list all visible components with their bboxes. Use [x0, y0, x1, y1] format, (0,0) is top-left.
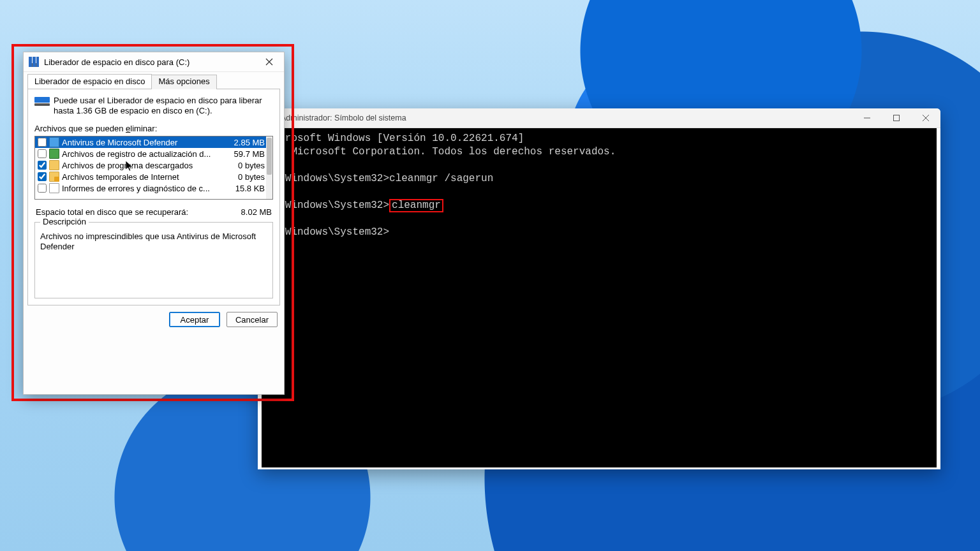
- description-text: Archivos no imprescindibles que usa Anti…: [40, 231, 267, 252]
- dialog-titlebar[interactable]: Liberador de espacio en disco para (C:): [24, 52, 284, 72]
- file-row-error-reports[interactable]: Informes de errores y diagnóstico de c..…: [35, 182, 272, 194]
- file-label: Informes de errores y diagnóstico de c..…: [62, 184, 230, 193]
- file-label: Antivirus de Microsoft Defender: [62, 138, 229, 147]
- file-size: 0 bytes: [233, 172, 265, 182]
- checkbox[interactable]: [38, 184, 47, 193]
- cmd-line: (c) Microsoft Corporation. Todos los der…: [267, 146, 616, 158]
- dialog-title: Liberador de espacio en disco para (C:): [44, 57, 257, 67]
- checkbox[interactable]: [38, 138, 47, 147]
- tab-more-options[interactable]: Más opciones: [151, 75, 216, 89]
- disk-cleanup-icon: [29, 57, 39, 67]
- disk-cleanup-dialog: Liberador de espacio en disco para (C:) …: [23, 52, 285, 395]
- file-size: 15.8 KB: [230, 184, 265, 193]
- document-icon: [49, 183, 59, 193]
- drive-icon: [34, 96, 54, 106]
- file-label: Archivos de registro de actualización d.…: [62, 149, 229, 159]
- checkbox[interactable]: [38, 149, 47, 158]
- accept-button[interactable]: Aceptar: [169, 312, 220, 327]
- tab-strip: Liberador de espacio en disco Más opcion…: [24, 74, 284, 89]
- total-row: Espacio total en disco que se recuperará…: [36, 207, 272, 217]
- file-row-downloaded-prog[interactable]: Archivos de programa descargados 0 bytes: [35, 159, 272, 171]
- window-controls: [852, 108, 940, 128]
- description-legend: Descripción: [40, 217, 89, 226]
- shield-icon: [49, 137, 59, 147]
- svg-rect-0: [894, 115, 900, 121]
- highlight-frame: Liberador de espacio en disco para (C:) …: [11, 44, 294, 401]
- cmd-command: cleanmgr /sagerun: [389, 173, 493, 184]
- command-prompt-titlebar[interactable]: Administrador: Símbolo del sistema: [258, 108, 940, 128]
- command-prompt-title: Administrador: Símbolo del sistema: [258, 114, 852, 122]
- file-row-update-log[interactable]: Archivos de registro de actualización d.…: [35, 148, 272, 159]
- desktop-wallpaper: Administrador: Símbolo del sistema Micro…: [0, 0, 980, 551]
- tab-panel-main: Puede usar el Liberador de espacio en di…: [27, 89, 280, 305]
- file-row-temp-internet[interactable]: Archivos temporales de Internet 0 bytes: [35, 171, 272, 182]
- file-list[interactable]: Antivirus de Microsoft Defender 2.85 MB …: [34, 136, 273, 200]
- file-size: 0 bytes: [233, 161, 265, 170]
- info-text: Puede usar el Liberador de espacio en di…: [54, 96, 273, 116]
- file-size: 59.7 MB: [229, 149, 265, 159]
- total-value: 8.02 MB: [241, 207, 272, 217]
- file-label: Archivos de programa descargados: [62, 161, 233, 170]
- total-label: Espacio total en disco que se recuperará…: [36, 207, 188, 217]
- scrollbar[interactable]: [266, 136, 272, 199]
- description-group: Descripción Archivos no imprescindibles …: [34, 222, 273, 298]
- info-row: Puede usar el Liberador de espacio en di…: [34, 96, 273, 116]
- cancel-button[interactable]: Cancelar: [226, 312, 278, 327]
- file-row-defender[interactable]: Antivirus de Microsoft Defender 2.85 MB: [35, 136, 272, 148]
- cmd-line: Microsoft Windows [Versión 10.0.22621.67…: [267, 133, 524, 144]
- folder-lock-icon: [49, 172, 59, 182]
- checkbox[interactable]: [38, 172, 47, 181]
- maximize-button[interactable]: [882, 108, 911, 128]
- tab-disk-cleanup[interactable]: Liberador de espacio en disco: [27, 74, 152, 89]
- close-button[interactable]: [911, 108, 940, 128]
- command-prompt-window: Administrador: Símbolo del sistema Micro…: [258, 108, 940, 469]
- dialog-buttons: Aceptar Cancelar: [24, 305, 284, 335]
- file-list-label: Archivos que se pueden eliminar:: [34, 124, 273, 133]
- file-size: 2.85 MB: [229, 138, 265, 147]
- folder-icon: [49, 160, 59, 170]
- close-button[interactable]: [257, 53, 281, 71]
- command-prompt-output[interactable]: Microsoft Windows [Versión 10.0.22621.67…: [262, 128, 937, 467]
- cmd-command-highlight: cleanmgr: [389, 199, 443, 212]
- checkbox[interactable]: [38, 161, 47, 170]
- minimize-button[interactable]: [852, 108, 882, 128]
- file-label: Archivos temporales de Internet: [62, 172, 233, 182]
- package-icon: [49, 149, 59, 159]
